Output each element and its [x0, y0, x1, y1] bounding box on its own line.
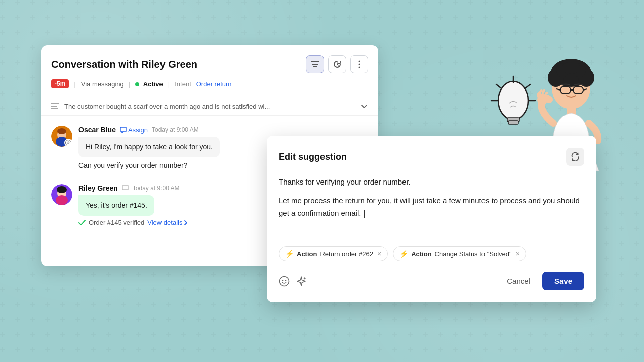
- oscar-assign-button[interactable]: Assign: [120, 126, 148, 134]
- time-badge: -5m: [51, 79, 69, 88]
- svg-line-4: [496, 84, 501, 88]
- summary-text: The customer bought a scarf over a month…: [64, 103, 270, 110]
- oscar-sender-row: Oscar Blue Assign Today at 9:00 AM: [78, 126, 368, 134]
- card-meta: -5m | Via messaging | Active | Intent Or…: [51, 79, 368, 88]
- more-icon: [358, 60, 360, 68]
- emoji-icon: [279, 276, 290, 287]
- svg-point-25: [359, 61, 360, 62]
- modal-footer-left: [279, 276, 307, 287]
- checkmark-icon: [78, 220, 86, 226]
- magic-button[interactable]: [296, 276, 307, 287]
- text-cursor: [364, 210, 365, 218]
- riley-bubble: Yes, it's order #145.: [78, 195, 154, 216]
- meta-sep-2: |: [129, 80, 130, 88]
- chip-value-0: Return order #262: [320, 250, 373, 258]
- summary-icon: [51, 103, 59, 110]
- svg-point-14: [562, 62, 580, 74]
- status-indicator: Active: [135, 80, 163, 88]
- modal-title: Edit suggestion: [279, 152, 347, 162]
- svg-point-38: [57, 186, 67, 193]
- oscar-bubble-1: Hi Riley, I'm happy to take a look for y…: [78, 137, 220, 157]
- svg-line-5: [526, 84, 530, 88]
- riley-time: Today at 9:00 AM: [133, 185, 180, 192]
- bolt-icon-0: ⚡: [285, 250, 294, 258]
- status-dot: [135, 82, 139, 86]
- riley-name: Riley Green: [78, 184, 118, 192]
- filter-icon: [311, 61, 319, 68]
- svg-point-39: [280, 276, 289, 286]
- save-button[interactable]: Save: [542, 272, 584, 290]
- bolt-icon-1: ⚡: [399, 250, 408, 258]
- svg-point-0: [498, 81, 528, 120]
- svg-point-37: [56, 195, 68, 205]
- oscar-status-indicator: ⊙: [64, 139, 72, 147]
- chip-close-0[interactable]: ×: [377, 250, 381, 258]
- chip-action-label-1: Action: [411, 250, 431, 258]
- filter-button[interactable]: [306, 55, 324, 73]
- title-row: Conversation with Riley Green: [51, 55, 368, 73]
- svg-rect-2: [508, 121, 518, 124]
- avatar-oscar: ⊙: [51, 126, 72, 147]
- chip-close-1[interactable]: ×: [516, 250, 520, 258]
- svg-point-27: [359, 67, 360, 68]
- oscar-name: Oscar Blue: [78, 126, 116, 134]
- verified-text: Order #145 verified: [89, 219, 144, 226]
- intent-link[interactable]: Order return: [196, 80, 232, 88]
- chip-action-label-0: Action: [297, 250, 317, 258]
- chat-icon: [120, 127, 127, 133]
- action-chips: ⚡ Action Return order #262 × ⚡ Action Ch…: [279, 246, 584, 261]
- view-details-label: View details: [147, 219, 182, 226]
- chip-value-1: Change Status to "Solved": [435, 250, 512, 258]
- modal-paragraph-2-text: Let me process the return for you, it wi…: [279, 196, 580, 217]
- magic-icon: [296, 276, 307, 287]
- edit-suggestion-modal: Edit suggestion Thanks for verifying you…: [267, 136, 596, 302]
- card-header: Conversation with Riley Green: [41, 45, 378, 88]
- intent-label: Intent: [175, 80, 191, 88]
- emoji-button[interactable]: [279, 276, 290, 287]
- meta-sep-3: |: [168, 80, 170, 88]
- riley-chat-icon: [122, 185, 129, 192]
- modal-footer: Cancel Save: [279, 272, 584, 290]
- status-label: Active: [143, 80, 163, 88]
- conversation-title: Conversation with Riley Green: [51, 59, 197, 70]
- assign-label: Assign: [128, 126, 148, 134]
- svg-point-40: [282, 280, 283, 281]
- oscar-time: Today at 9:00 AM: [152, 126, 199, 133]
- cancel-button[interactable]: Cancel: [501, 273, 536, 289]
- chevron-down-icon: [360, 102, 368, 110]
- action-chip-0[interactable]: ⚡ Action Return order #262 ×: [279, 246, 388, 261]
- modal-paragraph-1: Thanks for verifying your order number.: [279, 176, 584, 189]
- more-button[interactable]: [350, 55, 368, 73]
- chevron-right-icon: [184, 220, 188, 226]
- history-icon: [333, 60, 342, 69]
- refresh-icon: [571, 152, 580, 161]
- action-chip-1[interactable]: ⚡ Action Change Status to "Solved" ×: [393, 246, 526, 261]
- summary-bar-left: The customer bought a scarf over a month…: [51, 103, 270, 110]
- svg-point-41: [285, 280, 286, 281]
- modal-header: Edit suggestion: [279, 148, 584, 166]
- summary-bar[interactable]: The customer bought a scarf over a month…: [41, 97, 378, 116]
- via-messaging: Via messaging: [81, 80, 124, 88]
- header-actions: [306, 55, 368, 73]
- modal-text-area: Thanks for verifying your order number. …: [279, 176, 584, 236]
- svg-point-34: [57, 128, 66, 134]
- view-details-link[interactable]: View details: [147, 219, 188, 226]
- svg-point-26: [359, 64, 360, 65]
- history-button[interactable]: [328, 55, 346, 73]
- meta-sep-1: |: [74, 80, 75, 88]
- avatar-riley: [51, 184, 72, 205]
- oscar-clock-icon: ⊙: [65, 140, 71, 146]
- modal-refresh-button[interactable]: [566, 148, 584, 166]
- modal-paragraph-2: Let me process the return for you, it wi…: [279, 195, 584, 220]
- modal-footer-right: Cancel Save: [501, 272, 584, 290]
